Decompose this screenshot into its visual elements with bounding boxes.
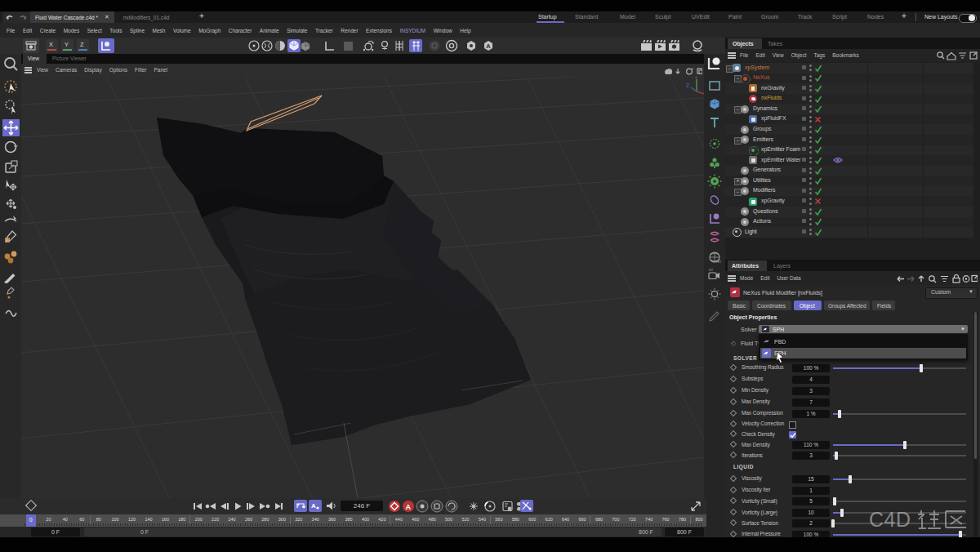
svg-text:ST: ST bbox=[709, 268, 714, 272]
svg-text:A: A bbox=[311, 502, 316, 510]
svg-text:A: A bbox=[406, 503, 412, 511]
svg-text:ST: ST bbox=[717, 260, 722, 264]
svg-text:A: A bbox=[486, 42, 491, 50]
svg-text:Y: Y bbox=[694, 77, 698, 79]
svg-text:Z: Z bbox=[686, 82, 690, 88]
